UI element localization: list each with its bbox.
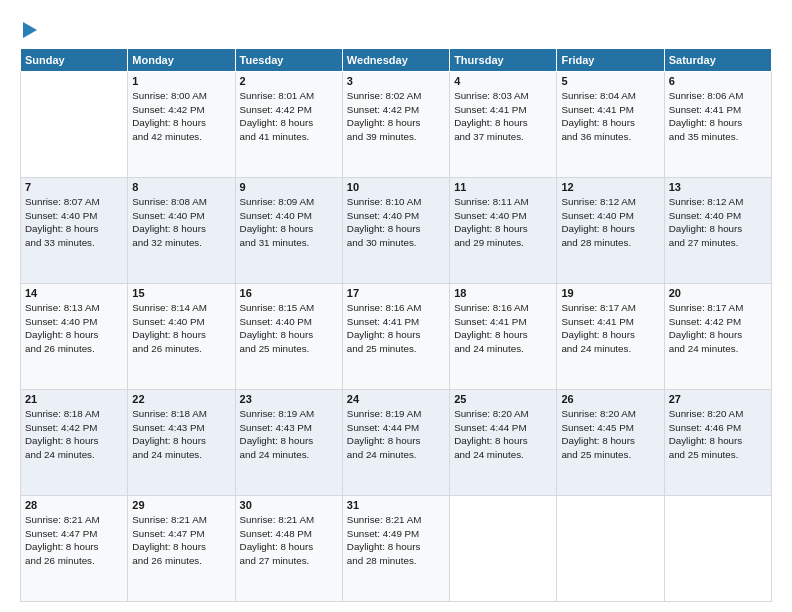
logo [20,18,37,38]
day-info: Sunrise: 8:09 AMSunset: 4:40 PMDaylight:… [240,195,338,249]
day-info: Sunrise: 8:20 AMSunset: 4:45 PMDaylight:… [561,407,659,461]
day-number: 28 [25,499,123,511]
calendar-cell: 31Sunrise: 8:21 AMSunset: 4:49 PMDayligh… [342,496,449,602]
calendar-table: SundayMondayTuesdayWednesdayThursdayFrid… [20,48,772,602]
day-number: 27 [669,393,767,405]
day-info: Sunrise: 8:03 AMSunset: 4:41 PMDaylight:… [454,89,552,143]
day-number: 24 [347,393,445,405]
day-info: Sunrise: 8:20 AMSunset: 4:46 PMDaylight:… [669,407,767,461]
day-number: 3 [347,75,445,87]
calendar-cell: 27Sunrise: 8:20 AMSunset: 4:46 PMDayligh… [664,390,771,496]
day-number: 2 [240,75,338,87]
calendar-cell: 9Sunrise: 8:09 AMSunset: 4:40 PMDaylight… [235,178,342,284]
day-info: Sunrise: 8:17 AMSunset: 4:41 PMDaylight:… [561,301,659,355]
day-number: 12 [561,181,659,193]
day-header-tuesday: Tuesday [235,49,342,72]
day-number: 7 [25,181,123,193]
day-number: 9 [240,181,338,193]
day-info: Sunrise: 8:21 AMSunset: 4:48 PMDaylight:… [240,513,338,567]
calendar-cell [557,496,664,602]
week-row-2: 7Sunrise: 8:07 AMSunset: 4:40 PMDaylight… [21,178,772,284]
day-info: Sunrise: 8:21 AMSunset: 4:47 PMDaylight:… [132,513,230,567]
page: SundayMondayTuesdayWednesdayThursdayFrid… [0,0,792,612]
calendar-cell: 25Sunrise: 8:20 AMSunset: 4:44 PMDayligh… [450,390,557,496]
day-header-sunday: Sunday [21,49,128,72]
day-number: 19 [561,287,659,299]
day-number: 16 [240,287,338,299]
header [20,18,772,38]
day-number: 30 [240,499,338,511]
day-header-monday: Monday [128,49,235,72]
calendar-cell: 2Sunrise: 8:01 AMSunset: 4:42 PMDaylight… [235,72,342,178]
day-number: 22 [132,393,230,405]
calendar-cell: 19Sunrise: 8:17 AMSunset: 4:41 PMDayligh… [557,284,664,390]
day-info: Sunrise: 8:00 AMSunset: 4:42 PMDaylight:… [132,89,230,143]
calendar-cell: 14Sunrise: 8:13 AMSunset: 4:40 PMDayligh… [21,284,128,390]
calendar-cell: 30Sunrise: 8:21 AMSunset: 4:48 PMDayligh… [235,496,342,602]
calendar-cell: 21Sunrise: 8:18 AMSunset: 4:42 PMDayligh… [21,390,128,496]
calendar-cell: 22Sunrise: 8:18 AMSunset: 4:43 PMDayligh… [128,390,235,496]
calendar-cell: 20Sunrise: 8:17 AMSunset: 4:42 PMDayligh… [664,284,771,390]
calendar-cell: 7Sunrise: 8:07 AMSunset: 4:40 PMDaylight… [21,178,128,284]
week-row-1: 1Sunrise: 8:00 AMSunset: 4:42 PMDaylight… [21,72,772,178]
day-info: Sunrise: 8:19 AMSunset: 4:44 PMDaylight:… [347,407,445,461]
calendar-cell [450,496,557,602]
calendar-cell: 11Sunrise: 8:11 AMSunset: 4:40 PMDayligh… [450,178,557,284]
day-info: Sunrise: 8:21 AMSunset: 4:49 PMDaylight:… [347,513,445,567]
day-info: Sunrise: 8:12 AMSunset: 4:40 PMDaylight:… [561,195,659,249]
week-row-4: 21Sunrise: 8:18 AMSunset: 4:42 PMDayligh… [21,390,772,496]
day-header-friday: Friday [557,49,664,72]
day-info: Sunrise: 8:02 AMSunset: 4:42 PMDaylight:… [347,89,445,143]
calendar-cell: 8Sunrise: 8:08 AMSunset: 4:40 PMDaylight… [128,178,235,284]
day-number: 13 [669,181,767,193]
calendar-cell: 12Sunrise: 8:12 AMSunset: 4:40 PMDayligh… [557,178,664,284]
calendar-cell: 24Sunrise: 8:19 AMSunset: 4:44 PMDayligh… [342,390,449,496]
calendar-cell: 4Sunrise: 8:03 AMSunset: 4:41 PMDaylight… [450,72,557,178]
logo-arrow-icon [23,22,37,38]
day-header-saturday: Saturday [664,49,771,72]
day-info: Sunrise: 8:20 AMSunset: 4:44 PMDaylight:… [454,407,552,461]
day-number: 15 [132,287,230,299]
day-info: Sunrise: 8:17 AMSunset: 4:42 PMDaylight:… [669,301,767,355]
day-info: Sunrise: 8:12 AMSunset: 4:40 PMDaylight:… [669,195,767,249]
calendar-cell: 23Sunrise: 8:19 AMSunset: 4:43 PMDayligh… [235,390,342,496]
day-number: 18 [454,287,552,299]
calendar-cell: 5Sunrise: 8:04 AMSunset: 4:41 PMDaylight… [557,72,664,178]
day-number: 5 [561,75,659,87]
calendar-cell: 17Sunrise: 8:16 AMSunset: 4:41 PMDayligh… [342,284,449,390]
day-info: Sunrise: 8:18 AMSunset: 4:43 PMDaylight:… [132,407,230,461]
day-number: 23 [240,393,338,405]
day-header-wednesday: Wednesday [342,49,449,72]
calendar-cell: 6Sunrise: 8:06 AMSunset: 4:41 PMDaylight… [664,72,771,178]
day-info: Sunrise: 8:08 AMSunset: 4:40 PMDaylight:… [132,195,230,249]
calendar-cell: 29Sunrise: 8:21 AMSunset: 4:47 PMDayligh… [128,496,235,602]
day-number: 10 [347,181,445,193]
day-number: 1 [132,75,230,87]
day-info: Sunrise: 8:06 AMSunset: 4:41 PMDaylight:… [669,89,767,143]
day-number: 21 [25,393,123,405]
calendar-header-row: SundayMondayTuesdayWednesdayThursdayFrid… [21,49,772,72]
day-number: 25 [454,393,552,405]
day-info: Sunrise: 8:01 AMSunset: 4:42 PMDaylight:… [240,89,338,143]
day-number: 26 [561,393,659,405]
day-number: 14 [25,287,123,299]
day-info: Sunrise: 8:10 AMSunset: 4:40 PMDaylight:… [347,195,445,249]
day-info: Sunrise: 8:19 AMSunset: 4:43 PMDaylight:… [240,407,338,461]
day-info: Sunrise: 8:13 AMSunset: 4:40 PMDaylight:… [25,301,123,355]
calendar-cell: 28Sunrise: 8:21 AMSunset: 4:47 PMDayligh… [21,496,128,602]
day-number: 17 [347,287,445,299]
day-header-thursday: Thursday [450,49,557,72]
day-info: Sunrise: 8:18 AMSunset: 4:42 PMDaylight:… [25,407,123,461]
day-info: Sunrise: 8:16 AMSunset: 4:41 PMDaylight:… [454,301,552,355]
day-number: 31 [347,499,445,511]
calendar-cell: 3Sunrise: 8:02 AMSunset: 4:42 PMDaylight… [342,72,449,178]
day-number: 6 [669,75,767,87]
day-info: Sunrise: 8:16 AMSunset: 4:41 PMDaylight:… [347,301,445,355]
day-number: 11 [454,181,552,193]
day-number: 29 [132,499,230,511]
calendar-cell [21,72,128,178]
calendar-cell: 15Sunrise: 8:14 AMSunset: 4:40 PMDayligh… [128,284,235,390]
day-info: Sunrise: 8:07 AMSunset: 4:40 PMDaylight:… [25,195,123,249]
day-info: Sunrise: 8:21 AMSunset: 4:47 PMDaylight:… [25,513,123,567]
day-info: Sunrise: 8:04 AMSunset: 4:41 PMDaylight:… [561,89,659,143]
